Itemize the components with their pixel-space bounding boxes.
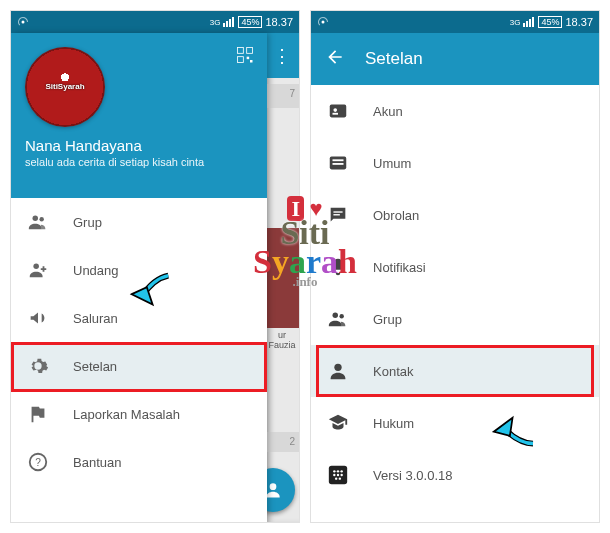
help-icon: ? <box>27 451 49 473</box>
qr-code-icon[interactable] <box>235 45 255 65</box>
menu-label: Laporkan Masalah <box>73 407 180 422</box>
bbm-logo-icon <box>327 464 349 486</box>
flag-icon <box>27 403 49 425</box>
svg-point-28 <box>333 474 335 476</box>
svg-point-25 <box>333 470 335 472</box>
back-icon[interactable] <box>325 47 345 72</box>
menu-label: Saluran <box>73 311 118 326</box>
svg-point-31 <box>335 477 337 479</box>
settings-label: Hukum <box>373 416 414 431</box>
signal-icon <box>523 17 535 27</box>
chat-icon <box>327 204 349 226</box>
menu-item-laporkan[interactable]: Laporkan Masalah <box>11 390 267 438</box>
signal-icon <box>223 17 235 27</box>
svg-rect-18 <box>333 163 344 165</box>
gear-icon <box>27 355 49 377</box>
settings-item-akun[interactable]: Akun <box>311 85 599 137</box>
phone-right-settings: 3G 45% 18.37 Setelan Akun Umum Obrolan <box>310 10 600 523</box>
svg-rect-20 <box>333 214 339 215</box>
svg-text:?: ? <box>35 457 41 468</box>
svg-point-1 <box>270 483 277 490</box>
person-add-icon <box>27 259 49 281</box>
svg-point-0 <box>22 21 25 24</box>
svg-point-8 <box>39 217 43 221</box>
person-icon <box>327 360 349 382</box>
profile-name: Nana Handayana <box>25 137 253 154</box>
settings-item-obrolan[interactable]: Obrolan <box>311 189 599 241</box>
battery-icon: 45% <box>538 16 562 28</box>
contact-caption: ur Fauzia <box>265 328 299 352</box>
svg-point-29 <box>337 474 339 476</box>
settings-label: Notifikasi <box>373 260 426 275</box>
profile-motto: selalu ada cerita di setiap kisah cinta <box>25 156 253 168</box>
broadcast-icon <box>17 16 29 28</box>
channel-icon <box>27 307 49 329</box>
avatar[interactable]: SitiSyarah <box>25 47 105 127</box>
settings-label: Versi 3.0.0.18 <box>373 468 453 483</box>
drawer-scrim-background: ⋮ 7 ur Fauzia 2 <box>265 33 299 522</box>
svg-point-23 <box>334 364 341 371</box>
svg-point-27 <box>340 470 342 472</box>
settings-item-versi[interactable]: Versi 3.0.0.18 <box>311 449 599 501</box>
menu-label: Setelan <box>73 359 117 374</box>
settings-label: Akun <box>373 104 403 119</box>
settings-header: Setelan <box>311 33 599 85</box>
svg-rect-4 <box>238 57 244 63</box>
svg-point-14 <box>333 108 337 112</box>
menu-label: Grup <box>73 215 102 230</box>
menu-item-bantuan[interactable]: ? Bantuan <box>11 438 267 486</box>
battery-icon: 45% <box>238 16 262 28</box>
avatar-label: SitiSyarah <box>45 83 84 92</box>
drawer-header: SitiSyarah Nana Handayana selalu ada cer… <box>11 33 267 198</box>
settings-list: Akun Umum Obrolan Notifikasi Grup Kontak <box>311 85 599 501</box>
account-card-icon <box>327 100 349 122</box>
menu-item-grup[interactable]: Grup <box>11 198 267 246</box>
bell-icon <box>327 256 349 278</box>
svg-rect-13 <box>330 105 347 118</box>
svg-rect-3 <box>247 48 253 54</box>
svg-point-7 <box>33 216 39 222</box>
status-time: 18.37 <box>565 16 593 28</box>
group-icon <box>327 308 349 330</box>
svg-rect-2 <box>238 48 244 54</box>
svg-rect-5 <box>247 57 250 60</box>
overflow-menu-icon[interactable]: ⋮ <box>265 33 299 78</box>
svg-point-12 <box>322 21 325 24</box>
settings-item-umum[interactable]: Umum <box>311 137 599 189</box>
menu-label: Bantuan <box>73 455 121 470</box>
svg-rect-19 <box>333 211 342 212</box>
svg-rect-6 <box>250 60 253 63</box>
settings-label: Obrolan <box>373 208 419 223</box>
menu-item-setelan[interactable]: Setelan <box>11 342 267 390</box>
settings-item-grup[interactable]: Grup <box>311 293 599 345</box>
settings-label: Grup <box>373 312 402 327</box>
menu-label: Undang <box>73 263 119 278</box>
drawer-menu: Grup Undang Saluran Setelan Laporkan Mas… <box>11 198 267 486</box>
settings-title: Setelan <box>365 49 423 69</box>
status-bar: 3G 45% 18.37 <box>311 11 599 33</box>
svg-point-30 <box>340 474 342 476</box>
svg-point-26 <box>337 470 339 472</box>
svg-point-22 <box>339 314 343 318</box>
svg-rect-15 <box>333 113 339 115</box>
graduation-cap-icon <box>327 412 349 434</box>
settings-item-kontak[interactable]: Kontak <box>311 345 599 397</box>
phone-left-drawer: 3G 45% 18.37 ⋮ 7 ur Fauzia 2 SitiSyar <box>10 10 300 523</box>
broadcast-icon <box>317 16 329 28</box>
contact-thumbnail[interactable] <box>265 228 299 328</box>
settings-item-notifikasi[interactable]: Notifikasi <box>311 241 599 293</box>
sliders-icon <box>327 152 349 174</box>
svg-point-32 <box>339 477 341 479</box>
settings-label: Kontak <box>373 364 413 379</box>
menu-item-saluran[interactable]: Saluran <box>11 294 267 342</box>
settings-label: Umum <box>373 156 411 171</box>
group-icon <box>27 211 49 233</box>
status-bar: 3G 45% 18.37 <box>11 11 299 33</box>
status-time: 18.37 <box>265 16 293 28</box>
settings-item-hukum[interactable]: Hukum <box>311 397 599 449</box>
svg-point-9 <box>33 264 39 270</box>
menu-item-undang[interactable]: Undang <box>11 246 267 294</box>
svg-rect-17 <box>333 159 344 161</box>
svg-point-21 <box>333 313 339 319</box>
